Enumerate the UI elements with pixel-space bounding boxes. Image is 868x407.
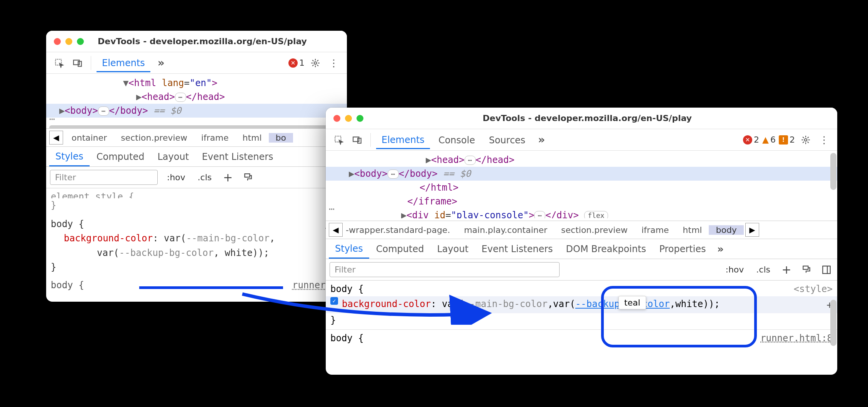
css-property-row[interactable]: background-color: var(--main-bg-color,: [64, 231, 342, 246]
css-property-row-continued[interactable]: var(--backup-bg-color, white));: [97, 246, 342, 260]
inspect-element-icon[interactable]: [331, 132, 347, 148]
css-var[interactable]: --backup-bg-color: [119, 248, 214, 258]
selector[interactable]: body {: [51, 278, 84, 292]
tab-elements[interactable]: Elements: [97, 54, 150, 72]
maximize-window-button[interactable]: [77, 38, 84, 45]
add-rule-icon[interactable]: +: [780, 263, 793, 277]
collapsed-ellipsis[interactable]: ⋯: [98, 106, 109, 116]
more-tabs-icon[interactable]: »: [153, 55, 169, 71]
more-tabs-icon[interactable]: »: [534, 132, 549, 148]
paint-icon[interactable]: [241, 171, 255, 184]
crumb-item[interactable]: ontainer: [65, 133, 114, 143]
subtab-event-listeners[interactable]: Event Listeners: [475, 240, 559, 258]
crumb-item[interactable]: section.preview: [554, 225, 635, 235]
device-toolbar-icon[interactable]: [350, 132, 365, 148]
more-indicator-icon: ⋯: [49, 112, 55, 126]
flex-badge[interactable]: flex: [584, 211, 608, 218]
crumb-item[interactable]: section.preview: [114, 133, 194, 143]
collapsed-ellipsis[interactable]: ⋯: [175, 93, 186, 102]
kebab-menu-icon[interactable]: ⋮: [326, 55, 342, 71]
source-link[interactable]: runner.html:8: [760, 331, 833, 346]
scrollbar-vertical[interactable]: [830, 153, 836, 190]
crumb-prev-icon[interactable]: ◀: [49, 131, 63, 145]
selector[interactable]: body {: [330, 331, 364, 346]
expand-icon[interactable]: ▼: [123, 76, 128, 90]
warning-badge[interactable]: ▲ 6: [762, 135, 776, 145]
subtab-layout[interactable]: Layout: [151, 148, 195, 166]
filter-input[interactable]: Filter: [50, 170, 158, 185]
dom-tree[interactable]: ▼<html lang="en"> ▶<head>⋯</head> ▶<body…: [46, 74, 347, 128]
computed-panel-icon[interactable]: [820, 263, 833, 277]
selector[interactable]: body {: [51, 217, 84, 231]
crumb-next-icon[interactable]: ▶: [745, 223, 759, 237]
crumb-item[interactable]: html: [235, 133, 268, 143]
crumb-prev-icon[interactable]: ◀: [329, 223, 343, 237]
subtab-dom-breakpoints[interactable]: DOM Breakpoints: [560, 240, 653, 258]
collapsed-ellipsis[interactable]: ⋯: [534, 211, 545, 218]
hov-toggle[interactable]: :hov: [164, 171, 188, 184]
cls-toggle[interactable]: .cls: [753, 263, 773, 276]
paint-icon[interactable]: [800, 263, 813, 277]
expand-icon[interactable]: ▶: [59, 104, 65, 118]
crumb-item[interactable]: iframe: [635, 225, 676, 235]
inspect-element-icon[interactable]: [52, 55, 67, 71]
settings-icon[interactable]: [308, 55, 323, 71]
annotation-underline: [139, 286, 283, 289]
error-badge[interactable]: ✕ 1: [288, 58, 305, 68]
more-subtabs-icon[interactable]: »: [713, 241, 728, 257]
tab-elements[interactable]: Elements: [376, 131, 430, 149]
subtab-layout[interactable]: Layout: [431, 240, 475, 258]
css-var[interactable]: --main-bg-color: [464, 297, 548, 312]
selector[interactable]: body {: [330, 282, 364, 296]
expand-icon[interactable]: ▶: [136, 90, 142, 104]
devtools-window-1: DevTools - developer.mozilla.org/en-US/p…: [46, 31, 347, 302]
crumb-item[interactable]: -wrapper.standard-page.: [344, 225, 457, 235]
cls-toggle[interactable]: .cls: [195, 171, 215, 184]
maximize-window-button[interactable]: [357, 115, 363, 122]
css-var[interactable]: --main-bg-color: [186, 233, 270, 244]
scrollbar-vertical[interactable]: [830, 300, 836, 346]
crumb-item[interactable]: iframe: [194, 133, 235, 143]
add-rule-icon[interactable]: +: [221, 171, 235, 184]
crumb-item[interactable]: main.play.container: [457, 225, 554, 235]
devtools-window-2: DevTools - developer.mozilla.org/en-US/p…: [326, 108, 837, 375]
subtab-computed[interactable]: Computed: [90, 148, 151, 166]
error-badge[interactable]: ✕ 2: [743, 135, 759, 145]
minimize-window-button[interactable]: [65, 38, 72, 45]
subtab-computed[interactable]: Computed: [370, 240, 430, 258]
close-window-button[interactable]: [54, 38, 61, 45]
tab-sources[interactable]: Sources: [483, 131, 531, 148]
info-badge[interactable]: ! 2: [779, 135, 795, 145]
kebab-menu-icon[interactable]: ⋮: [816, 132, 832, 148]
property-name[interactable]: background-color: [342, 297, 431, 312]
crumb-item-current[interactable]: body: [709, 225, 743, 235]
subtab-styles[interactable]: Styles: [49, 147, 90, 166]
source-link[interactable]: <style>: [794, 282, 833, 296]
styles-pane[interactable]: body { <style> ✓ background-color: var(-…: [326, 281, 837, 347]
info-icon: !: [779, 135, 788, 145]
minimize-window-button[interactable]: [345, 115, 352, 122]
subtab-event-listeners[interactable]: Event Listeners: [196, 148, 279, 166]
subtab-properties[interactable]: Properties: [653, 240, 712, 258]
expand-icon[interactable]: ▶: [426, 153, 431, 167]
tab-console[interactable]: Console: [433, 131, 480, 148]
expand-icon[interactable]: ▶: [401, 208, 407, 218]
scrollbar-horizontal[interactable]: [49, 125, 344, 128]
property-checkbox-icon[interactable]: ✓: [330, 297, 338, 305]
property-name[interactable]: background-color: [64, 233, 153, 244]
collapsed-ellipsis[interactable]: ⋯: [465, 156, 476, 165]
collapsed-ellipsis[interactable]: ⋯: [388, 169, 399, 179]
filter-input[interactable]: Filter: [330, 262, 560, 277]
styles-pane[interactable]: element.style { } body { <st background-…: [46, 188, 347, 294]
brace: }: [51, 200, 56, 211]
crumb-item-current[interactable]: bo: [269, 133, 293, 143]
device-toolbar-icon[interactable]: [70, 55, 85, 71]
crumb-item[interactable]: html: [676, 225, 709, 235]
subtab-styles[interactable]: Styles: [329, 239, 369, 259]
expand-icon[interactable]: ▶: [349, 167, 354, 181]
dom-tree[interactable]: ▶<head>⋯</head> ▶<body>⋯</body> == $0 </…: [326, 151, 837, 221]
settings-icon[interactable]: [798, 132, 813, 148]
hov-toggle[interactable]: :hov: [722, 263, 747, 276]
css-property-row-active[interactable]: ✓ background-color: var(--main-bg-color,…: [326, 296, 837, 313]
close-window-button[interactable]: [333, 115, 340, 122]
